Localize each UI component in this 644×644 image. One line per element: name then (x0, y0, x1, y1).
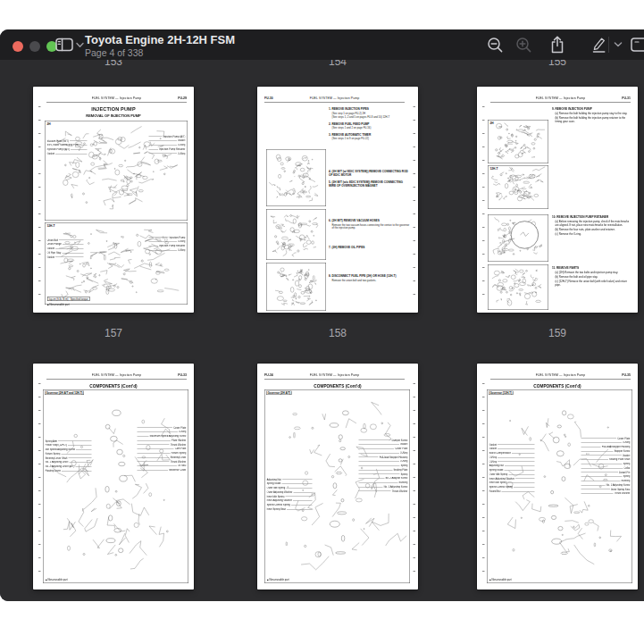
sidebar-toggle-button[interactable] (55, 36, 86, 54)
header-rule (264, 103, 405, 104)
figure-label: 2H (489, 121, 494, 125)
step-line: (See steps 1, 2 and 5 on pages FU-8 and … (329, 115, 410, 119)
photo-figure (266, 209, 326, 260)
page-indicator: Page 4 of 338 (85, 47, 143, 58)
step-line: 1. REMOVE INJECTION PIPES (329, 107, 410, 111)
page-thumbnail-162[interactable]: FUEL SYSTEM — Injection Pump FU-35 COMPO… (477, 364, 638, 590)
photo-art (267, 150, 325, 205)
search-button-partial[interactable] (630, 35, 644, 54)
exploded-diagram-art (44, 390, 188, 582)
step-line: (b) Remove the bolt and oil pipe stay. (552, 275, 631, 279)
step-line: (a) Remove the bolt holding the injectio… (552, 112, 631, 115)
figure-label: 12H-T (46, 224, 55, 228)
step-text-block: 8. DISCONNECT FUEL PIPE (2H) OR HOSE (12… (329, 274, 410, 282)
thumbnail-grid: 153 154 155 FUEL SYSTEM — Injection Pump… (0, 60, 644, 601)
partial-window-icon (630, 37, 644, 53)
callout-column-left: GasketGasketBoost CompensatorO-RingO-Rin… (489, 443, 536, 494)
pencil-icon (589, 35, 608, 54)
diagram-callout: Floating Lever (46, 469, 93, 473)
figure-label: Governor (2H A/T and 12H-T) (45, 391, 84, 396)
step-line: (a) Before removing the injection pump, … (552, 220, 631, 227)
page-code: FU-31 (622, 96, 631, 100)
window-title: Toyota Engine 2H-12H FSM (85, 33, 235, 46)
photo-art (489, 215, 548, 261)
non-reusable-legend: ■ Non-reusable part (489, 579, 511, 581)
callout-column-right: Cover PlateO-RingMaximum Speed Adjusting… (137, 426, 187, 473)
page-code: FU-33 (178, 373, 187, 377)
step-line: 7. (2H) REMOVE OIL PIPES (329, 246, 410, 249)
photo-art (267, 210, 325, 259)
close-window-button[interactable] (13, 41, 23, 52)
torque-legend: kg-cm (ft-lb, N·m) : Specified torque (47, 297, 90, 301)
header-rule (264, 380, 405, 381)
callout-column-right: Damper ScrewGasketCover PlateO-RingFull-… (358, 439, 408, 494)
step-line: (c) (12H-T) Remove the union bolt (with … (552, 280, 631, 287)
step-text-block: 7. (2H) REMOVE OIL PIPES (329, 246, 410, 249)
governor-diagram-box: Governor (12H-T) GasketGasketBoost Compe… (487, 389, 632, 583)
step-line: (See steps 1 and 2 on page FU-16) (329, 126, 410, 130)
page-number-label: 157 (33, 327, 194, 339)
step-text-block: 10. REMOVE INJECTION PUMP RETAINER(a) Be… (552, 215, 631, 236)
step-line: Remove the union bolt and two gaskets. (329, 279, 410, 282)
zoom-out-button[interactable] (484, 35, 506, 54)
magnifier-plus-icon (514, 36, 533, 54)
diagram-callout: Thrust Washer (358, 489, 408, 494)
step-line: 11. REMOVE PARTS (552, 266, 631, 270)
step-text-block: 1. REMOVE INJECTION PIPES(See step 1 on … (329, 107, 410, 140)
binder-ticks (38, 106, 41, 305)
section-title: COMPONENTS (Cont'd) (33, 383, 194, 389)
titlebar[interactable]: Toyota Engine 2H-12H FSM Page 4 of 338 (0, 29, 644, 61)
diagram-callout: Round Nut (489, 489, 536, 494)
step-line: 3. REMOVE AUTOMATIC TIMER (329, 133, 410, 137)
page-thumbnail-157[interactable]: FUEL SYSTEM — Injection Pump FU-29 INJEC… (33, 87, 194, 313)
non-reusable-legend: ■ Non-reusable part (267, 579, 289, 581)
share-button[interactable] (547, 35, 568, 54)
step-text-block: 11. REMOVE PARTS(a) (2H) Remove the two … (552, 266, 631, 287)
diagram-callout: O-Ring (148, 152, 186, 156)
page-thumbnail-159[interactable]: FUEL SYSTEM — Injection Pump FU-31 2H 12… (477, 87, 638, 313)
step-line: 4. (2H M/T (w/ EDIC SYSTEM)) REMOVE CONN… (329, 170, 410, 177)
page-header: FUEL SYSTEM — Injection Pump (264, 96, 405, 100)
page-number-label: 154 (257, 60, 418, 68)
page-header: FUEL SYSTEM — Injection Pump (490, 373, 631, 377)
step-line: 5. (2H M/T (w/o EDIC SYSTEM)) REMOVE CON… (329, 180, 410, 188)
chevron-down-icon (614, 41, 623, 48)
diagram-callout: Thrust Washer (581, 491, 631, 496)
photo-art (489, 121, 548, 163)
figure-label: 12H-T (489, 167, 498, 171)
page-code: FU-35 (622, 373, 631, 377)
step-line: (b) Remove the bolt holding the injectio… (552, 116, 631, 123)
section-title: COMPONENTS (Cont'd) (477, 383, 638, 389)
step-line: (c) Remove the O-ring. (552, 232, 631, 236)
page-header: FUEL SYSTEM — Injection Pump (46, 373, 187, 377)
diagram-callout: Gasket (47, 255, 85, 260)
step-line: (b) Remove the four nuts, plate washer a… (552, 228, 631, 231)
header-rule (46, 103, 187, 104)
photo-figure-detail (488, 214, 548, 262)
page-header: FUEL SYSTEM — Injection Pump (490, 96, 631, 100)
photo-art (267, 263, 325, 310)
page-thumbnail-160[interactable]: FUEL SYSTEM — Injection Pump FU-33 COMPO… (33, 364, 194, 590)
minimize-window-button[interactable] (29, 41, 40, 52)
page-thumbnail-161[interactable]: FU-34 FUEL SYSTEM — Injection Pump COMPO… (257, 364, 418, 590)
photo-art (489, 166, 548, 208)
figure-2h-engine: 2H Vacuum Hose (M/T)VSV, Water Connectin… (45, 121, 188, 221)
page-thumbnail-158[interactable]: FU-30 FUEL SYSTEM — Injection Pump 1. RE… (257, 87, 418, 313)
section-title: COMPONENTS (Cont'd) (257, 383, 418, 389)
step-text-block: 6. (2H M/T) REMOVE VACUUM HOSESRemove th… (329, 219, 410, 230)
markup-button[interactable] (588, 35, 609, 54)
step-line: (See step 1 on page FU-2) 2H (329, 112, 410, 115)
figure-label: Governor (12H-T) (489, 391, 514, 396)
diagram-callout: Governor Cover (137, 468, 187, 473)
markup-more-button[interactable] (611, 35, 625, 54)
diagram-callout: O-Ring (148, 248, 186, 253)
callout-column-left: Union BoltUnion FlangeGasketOil Pipe Sta… (47, 238, 85, 260)
header-rule (46, 380, 187, 381)
binder-ticks (482, 383, 485, 582)
figure-label: 2H (46, 122, 51, 126)
zoom-in-button[interactable] (513, 35, 534, 54)
page-number-label: 153 (33, 60, 194, 68)
callout-column-right: Cover PlateO-RingFull-load Stopper Housi… (581, 437, 631, 497)
page-header: FUEL SYSTEM — Injection Pump (264, 373, 405, 377)
magnifier-minus-icon (486, 36, 505, 54)
